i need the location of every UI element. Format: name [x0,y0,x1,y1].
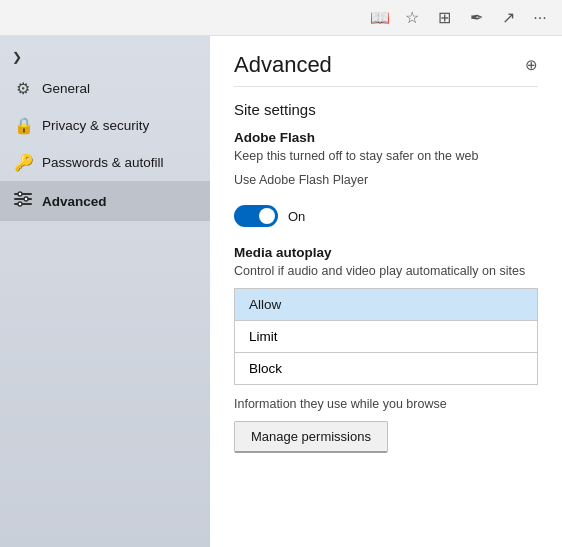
sidebar-item-privacy-label: Privacy & security [42,118,149,133]
header-divider [234,86,538,87]
svg-rect-2 [14,203,32,205]
media-autoplay-title: Media autoplay [234,245,538,260]
main-container: ❯ ⚙ General 🔒 Privacy & security 🔑 Passw… [0,36,562,547]
content-panel: Advanced ⊕ Site settings Adobe Flash Kee… [210,36,562,547]
favorites-icon[interactable]: ☆ [398,4,426,32]
reading-view-icon[interactable]: 📖 [366,4,394,32]
sidebar-item-advanced-label: Advanced [42,194,107,209]
sidebar-collapse-button[interactable]: ❯ [0,44,210,70]
dropdown-option-limit[interactable]: Limit [234,320,538,352]
key-icon: 🔑 [14,153,32,172]
sidebar-item-passwords-label: Passwords & autofill [42,155,164,170]
sidebar-item-advanced[interactable]: Advanced [0,181,210,221]
svg-rect-1 [14,198,32,200]
toggle-on-label: On [288,209,305,224]
toolbar: 📖 ☆ ⊞ ✒ ↗ ··· [0,0,562,36]
page-title: Advanced [234,52,332,78]
sidebar-item-privacy[interactable]: 🔒 Privacy & security [0,107,210,144]
flash-toggle[interactable] [234,205,278,227]
sidebar-item-general[interactable]: ⚙ General [0,70,210,107]
info-text: Information they use while you browse [234,397,538,411]
sidebar-item-general-label: General [42,81,90,96]
chevron-left-icon: ❯ [12,50,22,64]
notes-icon[interactable]: ✒ [462,4,490,32]
reader-mode-icon[interactable]: ⊞ [430,4,458,32]
svg-point-4 [24,197,28,201]
more-icon[interactable]: ··· [526,4,554,32]
media-autoplay-desc: Control if audio and video play automati… [234,264,538,278]
toggle-row: Use Adobe Flash Player [234,173,538,187]
adobe-flash-title: Adobe Flash [234,130,538,145]
svg-point-5 [18,202,22,206]
toggle-knob [259,208,275,224]
pin-icon[interactable]: ⊕ [525,56,538,74]
autoplay-dropdown: Allow Limit Block [234,288,538,385]
dropdown-option-allow[interactable]: Allow [234,288,538,320]
content-header: Advanced ⊕ [234,52,538,78]
adobe-flash-desc: Keep this turned off to stay safer on th… [234,149,538,163]
flash-toggle-row: On [234,205,538,227]
svg-point-3 [18,192,22,196]
svg-rect-0 [14,193,32,195]
sidebar: ❯ ⚙ General 🔒 Privacy & security 🔑 Passw… [0,36,210,547]
toggle-use-label: Use Adobe Flash Player [234,173,368,187]
site-settings-title: Site settings [234,101,538,118]
lock-icon: 🔒 [14,116,32,135]
dropdown-option-block[interactable]: Block [234,352,538,385]
share-icon[interactable]: ↗ [494,4,522,32]
manage-permissions-button[interactable]: Manage permissions [234,421,388,453]
general-icon: ⚙ [14,79,32,98]
sidebar-item-passwords[interactable]: 🔑 Passwords & autofill [0,144,210,181]
advanced-icon [14,190,32,212]
